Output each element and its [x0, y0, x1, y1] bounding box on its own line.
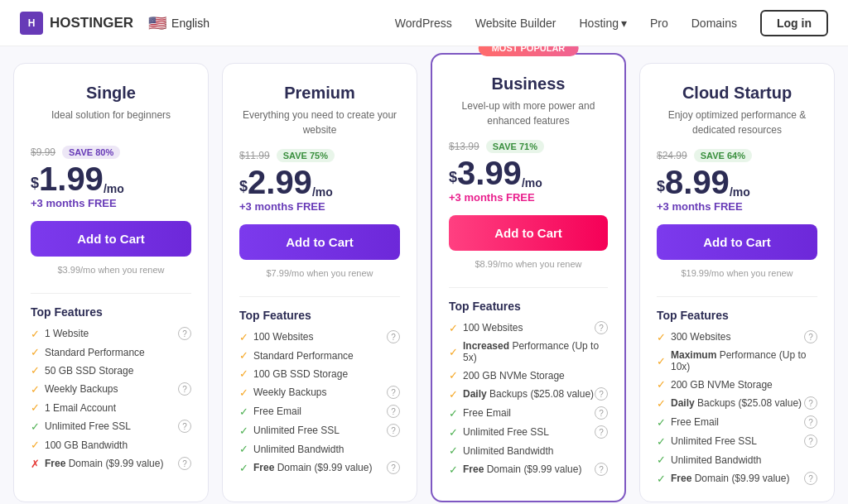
- info-icon-5[interactable]: ?: [178, 420, 191, 433]
- divider-premium: [239, 296, 400, 297]
- main-price-single: $ 1.99 /mo: [31, 162, 191, 195]
- feature-item-premium-4: ✓ Free Email ?: [239, 405, 400, 418]
- nav-item-hosting[interactable]: Hosting ▾: [579, 17, 626, 30]
- save-badge-premium: SAVE 75%: [277, 149, 335, 162]
- feature-item-cloud-startup-6: ✓ Unlimited Bandwidth: [657, 454, 817, 466]
- info-icon-5[interactable]: ?: [804, 434, 817, 448]
- logo[interactable]: H HOSTINGER: [20, 12, 133, 35]
- language-selector[interactable]: 🇺🇸 English: [148, 14, 210, 32]
- save-badge-business: SAVE 71%: [486, 140, 544, 153]
- feature-item-premium-1: ✓ Standard Performance: [239, 349, 400, 362]
- header: H HOSTINGER 🇺🇸 English WordPress Website…: [0, 0, 848, 46]
- info-icon-7[interactable]: ?: [595, 463, 608, 476]
- check-icon: ✓: [449, 426, 458, 439]
- info-icon-3[interactable]: ?: [804, 396, 817, 410]
- info-icon-0[interactable]: ?: [387, 330, 400, 343]
- months-free-premium: +3 months FREE: [239, 200, 400, 213]
- check-icon: ✓: [31, 420, 40, 433]
- info-icon-7[interactable]: ?: [387, 461, 400, 474]
- feature-name: Free Email: [463, 407, 511, 419]
- info-icon-7[interactable]: ?: [178, 457, 191, 470]
- login-button[interactable]: Log in: [760, 10, 828, 36]
- feature-name: Free Domain ($9.99 value): [45, 458, 163, 469]
- nav-item-wordpress[interactable]: WordPress: [395, 17, 452, 30]
- feature-item-business-3: ✓ Daily Backups ($25.08 value) ?: [449, 387, 608, 401]
- feature-name: 100 Websites: [253, 331, 314, 343]
- feature-item-single-3: ✓ Weekly Backups ?: [31, 382, 191, 396]
- feature-item-cloud-startup-1: ✓ Maximum Performance (Up to 10x): [657, 349, 817, 372]
- language-label: English: [171, 17, 210, 30]
- chevron-down-icon: ▾: [621, 17, 627, 30]
- info-icon-5[interactable]: ?: [387, 424, 400, 437]
- check-icon: ✓: [657, 473, 666, 485]
- feature-item-premium-0: ✓ 100 Websites ?: [239, 330, 400, 343]
- original-price-business: $13.99: [449, 141, 479, 152]
- info-icon-3[interactable]: ?: [178, 382, 191, 396]
- feature-item-business-5: ✓ Unlimited Free SSL ?: [449, 425, 608, 439]
- plan-card-single: Single Ideal solution for beginners $9.9…: [13, 63, 209, 502]
- price-row-premium: $11.99 SAVE 75%: [239, 149, 400, 162]
- period-business: /mo: [522, 176, 542, 190]
- currency-cloud-startup: $: [657, 175, 665, 199]
- check-icon: ✓: [657, 378, 666, 391]
- check-icon: ✓: [31, 346, 40, 358]
- flag-icon: 🇺🇸: [148, 14, 166, 32]
- plan-card-premium: Premium Everything you need to create yo…: [222, 63, 417, 502]
- currency-premium: $: [239, 175, 248, 199]
- feature-name: Unlimited Bandwidth: [463, 445, 553, 457]
- info-icon-0[interactable]: ?: [178, 327, 191, 340]
- check-icon: ✓: [239, 406, 248, 418]
- info-icon-3[interactable]: ?: [595, 387, 608, 401]
- add-to-cart-button-single[interactable]: Add to Cart: [31, 221, 191, 257]
- nav-item-pro[interactable]: Pro: [650, 17, 668, 30]
- original-price-single: $9.99: [31, 146, 55, 158]
- original-price-premium: $11.99: [239, 150, 270, 161]
- feature-name: Unlimited Free SSL: [253, 425, 340, 436]
- main-price-premium: $ 2.99 /mo: [239, 166, 400, 199]
- info-icon-3[interactable]: ?: [387, 386, 400, 399]
- feature-name: Free Email: [671, 416, 719, 428]
- check-icon: ✓: [31, 401, 40, 414]
- feature-item-premium-5: ✓ Unlimited Free SSL ?: [239, 424, 400, 437]
- feature-item-cloud-startup-2: ✓ 200 GB NVMe Storage: [657, 378, 817, 391]
- amount-single: 1.99: [39, 162, 104, 195]
- feature-name: Standard Performance: [253, 350, 354, 362]
- feature-name: Free Domain ($9.99 value): [253, 462, 372, 473]
- add-to-cart-button-business[interactable]: Add to Cart: [449, 215, 608, 251]
- check-icon: ✓: [657, 355, 666, 367]
- currency-business: $: [449, 166, 457, 190]
- feature-item-single-0: ✓ 1 Website ?: [31, 327, 191, 340]
- feature-item-business-0: ✓ 100 Websites ?: [449, 321, 608, 334]
- nav-item-website-builder[interactable]: Website Builder: [475, 17, 556, 30]
- renew-note-cloud-startup: $19.99/mo when you renew: [657, 268, 817, 278]
- info-icon-4[interactable]: ?: [595, 406, 608, 420]
- info-icon-0[interactable]: ?: [595, 321, 608, 334]
- currency-single: $: [31, 171, 39, 195]
- main-content: Single Ideal solution for beginners $9.9…: [0, 46, 848, 504]
- feature-item-business-2: ✓ 200 GB NVMe Storage: [449, 369, 608, 382]
- info-icon-0[interactable]: ?: [804, 330, 817, 343]
- add-to-cart-button-cloud-startup[interactable]: Add to Cart: [657, 224, 817, 260]
- divider-cloud-startup: [657, 296, 817, 297]
- info-icon-5[interactable]: ?: [595, 425, 608, 439]
- plan-name-business: Business: [449, 74, 608, 94]
- info-icon-7[interactable]: ?: [804, 472, 817, 485]
- plan-desc-business: Level-up with more power and enhanced fe…: [449, 98, 608, 128]
- check-icon: ✓: [657, 454, 666, 466]
- feature-name: 200 GB NVMe Storage: [463, 370, 565, 382]
- feature-item-business-7: ✓ Free Domain ($9.99 value) ?: [449, 463, 608, 476]
- feature-item-cloud-startup-0: ✓ 300 Websites ?: [657, 330, 817, 343]
- feature-name: 1 Email Account: [45, 402, 116, 414]
- check-icon: ✓: [31, 328, 40, 340]
- feature-item-cloud-startup-3: ✓ Daily Backups ($25.08 value) ?: [657, 396, 817, 410]
- add-to-cart-button-premium[interactable]: Add to Cart: [239, 224, 400, 260]
- feature-name: 100 Websites: [463, 322, 523, 334]
- nav-item-domains[interactable]: Domains: [691, 17, 737, 30]
- amount-business: 3.99: [457, 156, 522, 190]
- feature-item-single-4: ✓ 1 Email Account: [31, 401, 191, 414]
- plan-desc-cloud-startup: Enjoy optimized performance & dedicated …: [657, 108, 817, 137]
- info-icon-4[interactable]: ?: [387, 405, 400, 418]
- plan-desc-single: Ideal solution for beginners: [31, 108, 191, 134]
- info-icon-4[interactable]: ?: [804, 415, 817, 429]
- feature-name: Daily Backups ($25.08 value): [671, 397, 802, 409]
